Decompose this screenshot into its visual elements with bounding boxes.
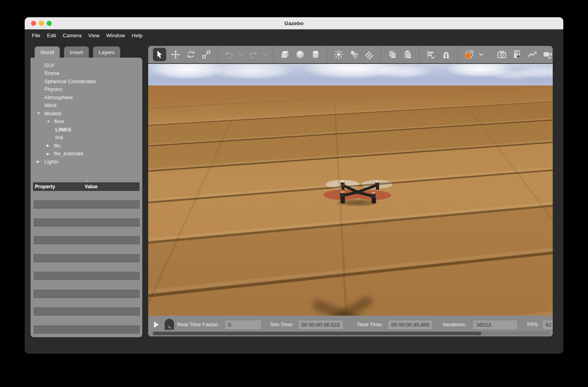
toolbar: LOG <box>148 46 553 64</box>
undo-arrow-icon <box>224 49 234 60</box>
directional-light-button[interactable] <box>363 48 375 61</box>
redo-arrow-icon <box>248 49 258 60</box>
tree-item-floor[interactable]: ▼floor <box>31 118 142 126</box>
directional-light-icon <box>364 49 374 60</box>
scale-tool-button[interactable] <box>200 48 212 61</box>
window-title: Gazebo <box>285 20 304 26</box>
translate-tool-button[interactable] <box>170 48 181 61</box>
menu-camera[interactable]: Camera <box>63 33 82 38</box>
tree-item-atmosphere[interactable]: Atmosphere <box>31 93 142 102</box>
collapse-arrow-icon[interactable]: ▼ <box>46 120 54 124</box>
toolbar-separator <box>457 47 458 62</box>
spot-light-button[interactable] <box>348 48 360 61</box>
copy-button[interactable] <box>387 48 398 61</box>
point-light-button[interactable] <box>333 48 345 61</box>
panel-splitter-handle[interactable] <box>86 180 89 182</box>
quadcopter-drone-model[interactable] <box>318 173 397 212</box>
cylinder-icon <box>310 49 321 60</box>
align-icon <box>426 49 436 60</box>
collapse-arrow-icon[interactable]: ▼ <box>36 111 44 115</box>
menu-window[interactable]: Window <box>106 33 125 38</box>
menu-help[interactable]: Help <box>132 33 143 38</box>
property-column-header: Property <box>33 184 85 189</box>
undo-history-dropdown[interactable] <box>239 48 244 61</box>
sphere-button[interactable] <box>294 48 306 61</box>
sim-time-field[interactable]: 00 00:00:36.523 <box>298 320 343 329</box>
front-left-leg <box>341 197 345 203</box>
expand-arrow-icon[interactable]: ▶ <box>46 144 54 147</box>
tree-item-models[interactable]: ▼Models <box>31 109 142 118</box>
snap-button[interactable] <box>440 48 452 61</box>
undo-button[interactable] <box>223 48 235 61</box>
property-row <box>34 218 140 227</box>
sphere-icon <box>295 49 305 60</box>
screenshot-button[interactable] <box>496 48 508 61</box>
iterations-label: Iterations: <box>443 322 466 327</box>
plot-button[interactable] <box>526 48 538 61</box>
camera-icon <box>497 49 507 60</box>
property-row <box>34 290 140 298</box>
tree-item-wind[interactable]: Wind <box>31 102 142 110</box>
tree-item-flix[interactable]: ▶flix <box>31 142 142 150</box>
tab-layers[interactable]: Layers <box>93 46 121 58</box>
view-angle-button[interactable] <box>463 48 475 61</box>
video-camera-icon <box>543 49 553 60</box>
world-tree: GUI Scene Spherical Coordinates Physics … <box>31 58 142 166</box>
move-arrows-icon <box>171 49 181 60</box>
zoom-window-button[interactable] <box>47 21 52 26</box>
menu-file[interactable]: File <box>32 33 40 38</box>
iterations-field[interactable]: 36523 <box>473 320 517 329</box>
viewport-3d[interactable] <box>148 64 553 316</box>
rotate-tool-button[interactable] <box>185 48 197 61</box>
tree-item-scene[interactable]: Scene <box>31 69 142 78</box>
expand-arrow-icon[interactable]: ▶ <box>46 152 54 156</box>
box-button[interactable] <box>279 48 291 61</box>
cursor-arrow-icon <box>154 49 165 60</box>
real-time-field[interactable]: 00 00:00:35.805 <box>388 320 432 329</box>
toolbar-separator <box>218 47 218 62</box>
property-table <box>34 200 140 343</box>
align-button[interactable] <box>425 48 437 61</box>
tree-item-flix-estimate[interactable]: ▶flix_estimate <box>31 150 142 158</box>
real-time-factor-field[interactable]: 0 <box>225 320 261 329</box>
menubar: File Edit Camera View Window Help <box>25 29 563 41</box>
tab-insert[interactable]: Insert <box>64 46 89 58</box>
titlebar: Gazebo <box>25 17 563 29</box>
play-button[interactable] <box>154 322 159 328</box>
horizontal-scrollbar-thumb[interactable] <box>153 332 481 335</box>
rear-right-leg <box>376 186 379 190</box>
expand-arrow-icon[interactable]: ▶ <box>36 160 44 164</box>
minimize-window-button[interactable] <box>39 21 44 26</box>
sky <box>148 64 553 85</box>
redo-history-dropdown[interactable] <box>263 48 268 61</box>
horizon-haze <box>148 85 553 117</box>
tree-item-physics[interactable]: Physics <box>31 85 142 94</box>
select-tool-button[interactable] <box>153 48 166 61</box>
log-file-icon: LOG <box>512 49 522 60</box>
step-button[interactable]: ∿ <box>165 319 174 330</box>
tree-item-lights[interactable]: ▶Lights <box>31 158 142 166</box>
redo-button[interactable] <box>247 48 259 61</box>
tree-item-link[interactable]: link <box>31 134 142 142</box>
step-icon: ∿ <box>167 324 171 330</box>
view-angle-dropdown[interactable] <box>479 48 484 61</box>
menu-edit[interactable]: Edit <box>47 33 56 38</box>
property-row <box>34 254 140 262</box>
toolbar-separator <box>273 47 274 62</box>
scale-arrows-icon <box>201 49 211 60</box>
tab-world[interactable]: World <box>34 46 60 58</box>
tree-item-links-header[interactable]: LINKS <box>31 125 142 134</box>
tree-item-gui[interactable]: GUI <box>31 61 142 69</box>
copy-icon <box>387 49 397 60</box>
horizontal-scrollbar[interactable] <box>151 331 550 335</box>
menu-view[interactable]: View <box>88 33 100 38</box>
video-record-button[interactable] <box>542 48 553 61</box>
tree-item-spherical-coordinates[interactable]: Spherical Coordinates <box>31 77 142 85</box>
real-time-label: Real Time: <box>358 322 383 327</box>
paste-button[interactable] <box>402 48 414 61</box>
rotate-arrows-icon <box>186 49 196 60</box>
close-window-button[interactable] <box>31 21 36 26</box>
fps-field[interactable]: 62 <box>543 320 553 329</box>
log-record-button[interactable]: LOG <box>511 48 523 61</box>
cylinder-button[interactable] <box>310 48 321 61</box>
